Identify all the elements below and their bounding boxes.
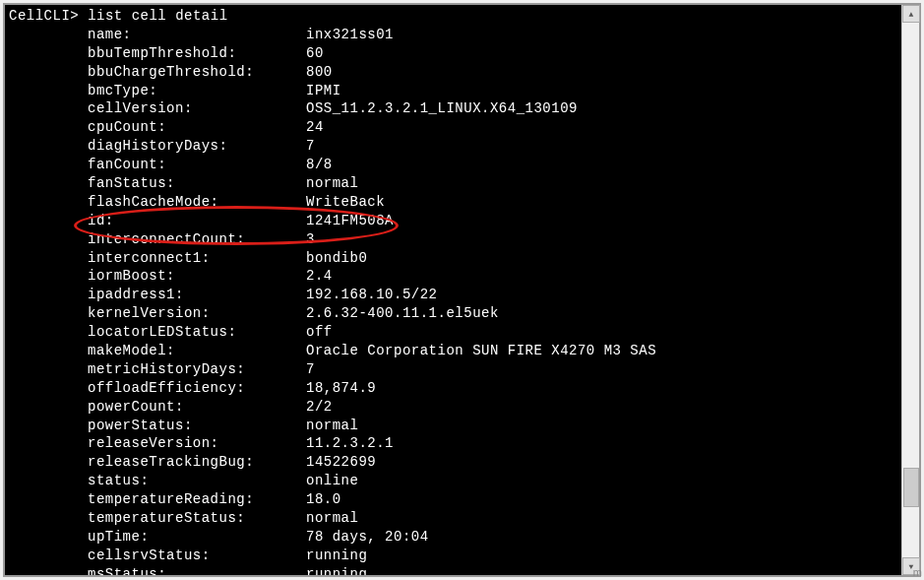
detail-value: OSS_11.2.3.2.1_LINUX.X64_130109 bbox=[306, 99, 578, 118]
detail-value: Oracle Corporation SUN FIRE X4270 M3 SAS bbox=[306, 342, 656, 360]
prompt-text: CellCLI> bbox=[9, 8, 79, 24]
detail-key: bbuTempThreshold: bbox=[88, 44, 306, 63]
detail-value: 2.4 bbox=[306, 267, 333, 286]
detail-row: makeModel:Oracle Corporation SUN FIRE X4… bbox=[9, 342, 897, 360]
detail-key: msStatus: bbox=[88, 565, 306, 575]
detail-value: WriteBack bbox=[306, 193, 385, 212]
detail-value: normal bbox=[306, 509, 358, 528]
detail-value: 24 bbox=[306, 118, 324, 137]
detail-value: bondib0 bbox=[306, 249, 367, 268]
detail-value: 3 bbox=[306, 230, 315, 249]
detail-key: iormBoost: bbox=[88, 267, 306, 286]
detail-row: powerCount:2/2 bbox=[9, 398, 897, 417]
detail-key: locatorLEDStatus: bbox=[88, 323, 306, 342]
detail-key: offloadEfficiency: bbox=[88, 379, 306, 398]
detail-value: 1241FM508A bbox=[306, 212, 394, 230]
detail-row: status:online bbox=[9, 472, 897, 490]
detail-value: 11.2.3.2.1 bbox=[306, 434, 394, 453]
detail-key: powerCount: bbox=[88, 398, 306, 417]
detail-row: releaseTrackingBug:14522699 bbox=[9, 453, 897, 472]
detail-row: interconnectCount:3 bbox=[9, 230, 897, 249]
detail-key: upTime: bbox=[88, 528, 306, 547]
detail-row: temperatureStatus:normal bbox=[9, 509, 897, 528]
detail-row: msStatus:running bbox=[9, 565, 897, 575]
prompt-line: CellCLI> list cell detail bbox=[9, 7, 897, 26]
detail-key: releaseTrackingBug: bbox=[88, 453, 306, 472]
command-text: list cell detail bbox=[88, 8, 227, 24]
detail-row: id:1241FM508A bbox=[9, 212, 897, 230]
detail-key: temperatureStatus: bbox=[88, 509, 306, 528]
detail-key: bmcType: bbox=[88, 82, 306, 100]
detail-value: 60 bbox=[306, 44, 324, 63]
detail-row: bbuChargeThreshold:800 bbox=[9, 63, 897, 82]
detail-value: running bbox=[306, 565, 367, 575]
detail-value: 2/2 bbox=[306, 398, 333, 417]
corner-watermark: m bbox=[913, 566, 922, 578]
detail-key: metricHistoryDays: bbox=[88, 360, 306, 379]
detail-row: upTime:78 days, 20:04 bbox=[9, 528, 897, 547]
detail-key: status: bbox=[88, 472, 306, 490]
detail-value: 2.6.32-400.11.1.el5uek bbox=[306, 304, 499, 323]
detail-value: 18.0 bbox=[306, 490, 341, 509]
detail-key: makeModel: bbox=[88, 342, 306, 360]
detail-row: metricHistoryDays:7 bbox=[9, 360, 897, 379]
detail-key: interconnectCount: bbox=[88, 230, 306, 249]
detail-row: powerStatus:normal bbox=[9, 417, 897, 435]
detail-value: 18,874.9 bbox=[306, 379, 376, 398]
detail-key: id: bbox=[88, 212, 306, 230]
detail-key: bbuChargeThreshold: bbox=[88, 63, 306, 82]
scrollbar-track[interactable]: ▲ ▼ bbox=[901, 5, 919, 575]
detail-row: iormBoost:2.4 bbox=[9, 267, 897, 286]
detail-key: name: bbox=[88, 26, 306, 44]
scrollbar-thumb[interactable] bbox=[903, 468, 919, 507]
detail-key: interconnect1: bbox=[88, 249, 306, 268]
detail-value: online bbox=[306, 472, 358, 490]
detail-value: 7 bbox=[306, 137, 315, 156]
detail-key: cpuCount: bbox=[88, 118, 306, 137]
detail-row: ipaddress1:192.168.10.5/22 bbox=[9, 286, 897, 304]
detail-value: 8/8 bbox=[306, 156, 333, 174]
detail-value: 800 bbox=[306, 63, 333, 82]
detail-value: inx321ss01 bbox=[306, 26, 394, 44]
detail-value: off bbox=[306, 323, 333, 342]
detail-key: fanCount: bbox=[88, 156, 306, 174]
detail-value: IPMI bbox=[306, 82, 341, 100]
detail-row: locatorLEDStatus:off bbox=[9, 323, 897, 342]
detail-row: temperatureReading:18.0 bbox=[9, 490, 897, 509]
detail-key: kernelVersion: bbox=[88, 304, 306, 323]
detail-row: offloadEfficiency:18,874.9 bbox=[9, 379, 897, 398]
detail-key: cellsrvStatus: bbox=[88, 547, 306, 565]
detail-key: temperatureReading: bbox=[88, 490, 306, 509]
detail-value: 78 days, 20:04 bbox=[306, 528, 429, 547]
detail-key: releaseVersion: bbox=[88, 434, 306, 453]
scrollbar-arrow-up-icon[interactable]: ▲ bbox=[902, 5, 920, 23]
detail-row: bmcType:IPMI bbox=[9, 82, 897, 100]
detail-value: 192.168.10.5/22 bbox=[306, 286, 438, 304]
detail-row: releaseVersion:11.2.3.2.1 bbox=[9, 434, 897, 453]
detail-rows: name:inx321ss01bbuTempThreshold:60bbuCha… bbox=[9, 26, 897, 575]
detail-value: 14522699 bbox=[306, 453, 376, 472]
detail-row: interconnect1:bondib0 bbox=[9, 249, 897, 268]
detail-row: cpuCount:24 bbox=[9, 118, 897, 137]
detail-row: diagHistoryDays:7 bbox=[9, 137, 897, 156]
detail-key: powerStatus: bbox=[88, 417, 306, 435]
detail-value: normal bbox=[306, 417, 358, 435]
detail-key: diagHistoryDays: bbox=[88, 137, 306, 156]
detail-key: fanStatus: bbox=[88, 174, 306, 193]
detail-key: flashCacheMode: bbox=[88, 193, 306, 212]
detail-row: cellVersion:OSS_11.2.3.2.1_LINUX.X64_130… bbox=[9, 99, 897, 118]
detail-key: ipaddress1: bbox=[88, 286, 306, 304]
detail-value: running bbox=[306, 547, 367, 565]
detail-row: fanStatus:normal bbox=[9, 174, 897, 193]
detail-row: flashCacheMode:WriteBack bbox=[9, 193, 897, 212]
detail-row: cellsrvStatus:running bbox=[9, 547, 897, 565]
detail-row: kernelVersion:2.6.32-400.11.1.el5uek bbox=[9, 304, 897, 323]
detail-row: name:inx321ss01 bbox=[9, 26, 897, 44]
detail-row: bbuTempThreshold:60 bbox=[9, 44, 897, 63]
terminal-window: CellCLI> list cell detail name:inx321ss0… bbox=[3, 3, 921, 577]
detail-row: fanCount:8/8 bbox=[9, 156, 897, 174]
detail-value: 7 bbox=[306, 360, 315, 379]
detail-value: normal bbox=[306, 174, 358, 193]
detail-key: cellVersion: bbox=[88, 99, 306, 118]
terminal-output[interactable]: CellCLI> list cell detail name:inx321ss0… bbox=[5, 5, 901, 575]
